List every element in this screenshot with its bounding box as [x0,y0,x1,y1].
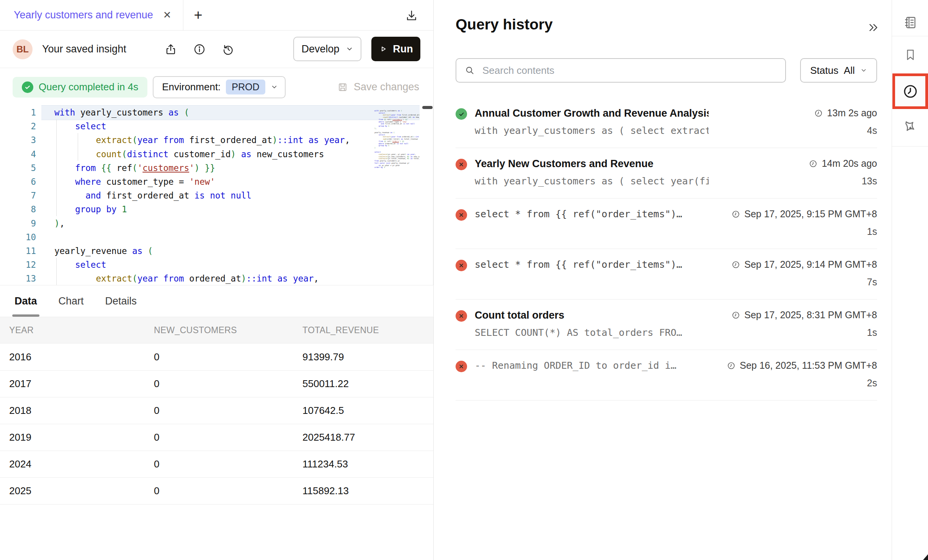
table-row: 20170550011.22 [0,371,433,397]
tab-close-icon[interactable]: ✕ [163,9,172,21]
query-timestamp: Sep 16, 2025, 11:53 PM GMT+8 [716,360,877,371]
code-line[interactable]: ), [54,217,350,230]
run-button[interactable]: Run [371,37,420,61]
query-name: Annual Customer Growth and Revenue Analy… [475,107,709,119]
code-line[interactable]: yearly_revenue as ( [54,244,350,258]
environment-value: PROD [226,80,265,94]
editor-scrollbar-thumb[interactable] [422,106,433,109]
line-number: 8 [0,202,36,216]
check-circle-icon [22,81,33,93]
sql-editor[interactable]: 12345678910111213 with yearly_customers … [0,105,433,285]
query-history-item[interactable]: select * from {{ ref("order_items")… Sep… [456,249,877,300]
info-icon[interactable] [193,43,206,55]
query-history-item[interactable]: Annual Customer Growth and Revenue Analy… [456,98,877,148]
compass-icon[interactable] [892,114,928,141]
query-history-list: Annual Customer Growth and Revenue Analy… [456,98,877,400]
code-line[interactable]: select [54,119,350,133]
right-icon-rail [892,0,928,560]
code-line[interactable]: with yearly_customers as ( [54,106,350,119]
share-icon[interactable] [165,43,177,55]
search-input[interactable] [482,64,777,77]
code-line[interactable] [54,230,350,244]
query-name: Count total orders [475,309,709,321]
tab-data[interactable]: Data [15,285,37,317]
insight-header: BL Your saved insight [0,31,433,68]
chevron-down-icon [346,45,353,53]
tab-details[interactable]: Details [105,285,137,317]
line-number: 10 [0,230,36,244]
code-line[interactable]: count(distinct customer_id) as new_custo… [54,147,350,161]
query-history-item[interactable]: select * from {{ ref("order_items")… Sep… [456,199,877,249]
code-line[interactable]: group by 1 [54,202,350,216]
code-line[interactable]: and first_ordered_at is not null [54,189,350,202]
query-sql-title: select * from {{ ref("order_items")… [475,259,709,270]
line-number: 5 [0,161,36,175]
query-history-item[interactable]: -- Renaming ORDER_ID to order_id i… Sep … [456,350,877,400]
table-cell: 0 [154,378,302,390]
query-duration: 4s [716,125,877,136]
query-history-item[interactable]: Yearly New Customers and Revenue with ye… [456,148,877,199]
notebook-icon[interactable] [892,9,928,36]
code-line[interactable]: extract(year from first_ordered_at)::int… [54,133,350,147]
error-x-icon [456,209,467,221]
table-cell: 2025 [9,485,154,497]
query-history-panel: Query history Status All Annual Customer… [434,0,892,560]
code-lines[interactable]: with yearly_customers as ( select extrac… [54,106,350,285]
clock-icon [731,311,740,320]
tab-chart[interactable]: Chart [59,285,84,317]
query-duration: 1s [716,327,877,338]
tab-yearly-customers[interactable]: Yearly customers and revenue ✕ [0,0,183,30]
search-box[interactable] [456,58,786,83]
clock-icon [731,260,740,269]
develop-button[interactable]: Develop [293,37,361,61]
rail-divider [892,36,928,36]
query-timestamp: Sep 17, 2025, 8:31 PM GMT+8 [716,309,877,321]
column-total-revenue: TOTAL_REVENUE [302,325,433,335]
table-header: YEAR NEW_CUSTOMERS TOTAL_REVENUE [0,317,433,343]
clock-icon [814,109,823,118]
status-filter[interactable]: Status All [800,58,877,83]
chevron-down-icon [860,67,867,74]
code-line[interactable]: where customer_type = 'new' [54,175,350,189]
line-number: 9 [0,217,36,230]
line-number: 1 [0,106,36,119]
code-line[interactable]: extract(year from ordered_at)::int as ye… [54,272,350,285]
query-history-icon-highlighted[interactable] [892,73,928,109]
code-line[interactable]: from {{ ref('customers') }} [54,161,350,175]
clock-icon [727,361,736,370]
column-new-customers: NEW_CUSTOMERS [154,325,302,335]
status-bar: Query completed in 4s Environment: PROD … [0,68,433,106]
new-tab-button[interactable]: + [183,0,213,30]
line-number: 6 [0,175,36,189]
table-row: 20180107642.5 [0,397,433,424]
success-check-icon [456,108,467,120]
minimap[interactable]: with yearly_customers as ( select extrac… [374,110,420,169]
download-icon[interactable] [405,9,418,22]
save-changes-button[interactable]: Save changes [337,81,419,93]
table-cell: 550011.22 [302,378,433,390]
query-sql-preview: with yearly_customers as ( select extrac… [475,125,709,136]
table-row: 201902025418.77 [0,424,433,451]
search-icon [465,65,475,75]
insight-title: Your saved insight [42,43,126,55]
table-cell: 91399.79 [302,351,433,363]
code-line[interactable]: select [54,258,350,272]
query-sql-title: -- Renaming ORDER_ID to order_id i… [475,360,709,371]
editor-divider [433,105,433,285]
line-number: 12 [0,258,36,272]
table-row: 20240111234.53 [0,451,433,478]
line-number: 11 [0,244,36,258]
table-cell: 2025418.77 [302,431,433,443]
table-cell: 0 [154,458,302,470]
bookmark-icon[interactable] [892,41,928,68]
query-history-item[interactable]: Count total orders SELECT COUNT(*) AS to… [456,300,877,350]
version-history-icon[interactable] [222,43,234,55]
collapse-panel-icon[interactable] [867,21,879,34]
environment-label: Environment: [162,81,221,93]
error-x-icon [456,159,467,170]
table-cell: 2016 [9,351,154,363]
chevron-down-icon [271,83,278,91]
editor-panel: Yearly customers and revenue ✕ + BL Your… [0,0,434,560]
status-filter-label: Status [810,65,838,77]
environment-selector[interactable]: Environment: PROD [153,76,285,98]
